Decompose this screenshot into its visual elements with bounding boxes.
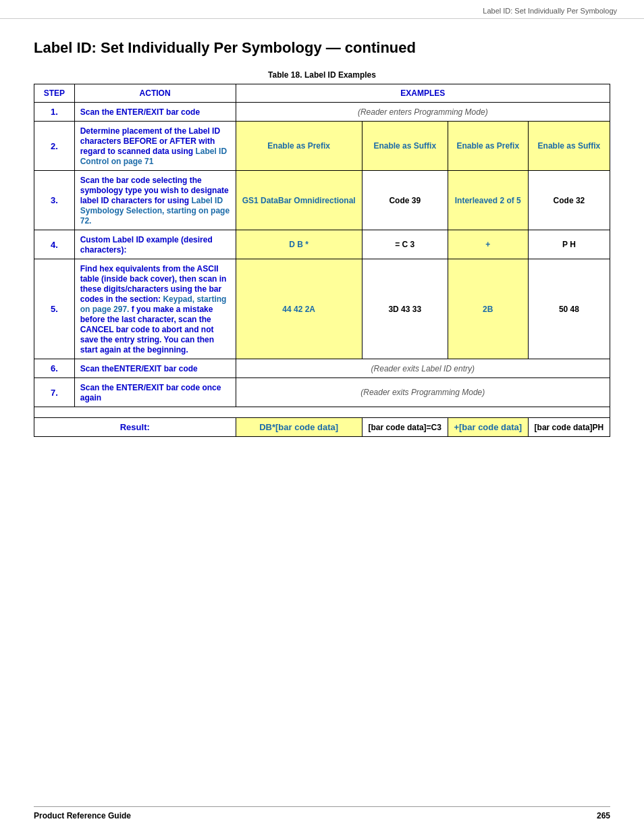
examples-colspan-cell: (Reader exits Programming Mode) bbox=[236, 378, 610, 407]
examples-colspan-cell: (Reader exits Label ID entry) bbox=[236, 359, 610, 378]
header-text: Label ID: Set Individually Per Symbology bbox=[483, 7, 617, 15]
example-cell-1: GS1 DataBar Omnidirectional bbox=[236, 171, 362, 230]
example-cell-2: 3D 43 33 bbox=[362, 259, 448, 359]
result-cell-4: [bar code data]PH bbox=[528, 418, 610, 437]
example-cell-3: + bbox=[448, 230, 528, 259]
table-caption: Table 18. Label ID Examples bbox=[34, 70, 610, 80]
example-cell-1: D B * bbox=[236, 230, 362, 259]
action-cell: Find hex equivalents from the ASCII tabl… bbox=[74, 259, 236, 359]
step-cell: 2. bbox=[34, 122, 75, 171]
step-cell: 1. bbox=[34, 103, 75, 122]
action-cell: Scan the ENTER/EXIT bar code bbox=[74, 103, 236, 122]
content: Label ID: Set Individually Per Symbology… bbox=[0, 19, 644, 477]
step-cell: 4. bbox=[34, 230, 75, 259]
step-cell: 5. bbox=[34, 259, 75, 359]
page-header: Label ID: Set Individually Per Symbology bbox=[0, 0, 644, 19]
example-cell-4: 50 48 bbox=[528, 259, 610, 359]
examples-colspan-cell: (Reader enters Programming Mode) bbox=[236, 103, 610, 122]
page-title: Label ID: Set Individually Per Symbology… bbox=[34, 39, 610, 57]
action-cell: Scan theENTER/EXIT bar code bbox=[74, 359, 236, 378]
action-cell: Scan the bar code selecting the symbolog… bbox=[74, 171, 236, 230]
example-cell-3: 2B bbox=[448, 259, 528, 359]
action-cell: Determine placement of the Label ID char… bbox=[74, 122, 236, 171]
result-cell-1: DB*[bar code data] bbox=[236, 418, 362, 437]
col-header-step: STEP bbox=[34, 84, 75, 103]
result-label-cell: Result: bbox=[34, 418, 236, 437]
example-cell-1: 44 42 2A bbox=[236, 259, 362, 359]
example-cell-4: P H bbox=[528, 230, 610, 259]
example-cell-1: Enable as Prefix bbox=[236, 122, 362, 171]
example-cell-2: = C 3 bbox=[362, 230, 448, 259]
example-cell-3: Enable as Prefix bbox=[448, 122, 528, 171]
spacer-row bbox=[34, 407, 610, 418]
footer-right: 265 bbox=[597, 811, 610, 820]
step-cell: 7. bbox=[34, 378, 75, 407]
example-cell-4: Code 32 bbox=[528, 171, 610, 230]
result-cell-3: +[bar code data] bbox=[448, 418, 528, 437]
col-header-examples: EXAMPLES bbox=[236, 84, 610, 103]
example-cell-2: Code 39 bbox=[362, 171, 448, 230]
col-header-action: ACTION bbox=[74, 84, 236, 103]
footer-left: Product Reference Guide bbox=[34, 811, 131, 820]
step-cell: 3. bbox=[34, 171, 75, 230]
action-cell: Scan the ENTER/EXIT bar code once again bbox=[74, 378, 236, 407]
main-table: STEP ACTION EXAMPLES 1.Scan the ENTER/EX… bbox=[34, 84, 610, 437]
example-cell-4: Enable as Suffix bbox=[528, 122, 610, 171]
example-cell-3: Interleaved 2 of 5 bbox=[448, 171, 528, 230]
action-cell: Custom Label ID example (desired charact… bbox=[74, 230, 236, 259]
example-cell-2: Enable as Suffix bbox=[362, 122, 448, 171]
step-cell: 6. bbox=[34, 359, 75, 378]
result-cell-2: [bar code data]=C3 bbox=[362, 418, 448, 437]
page-footer: Product Reference Guide 265 bbox=[34, 806, 610, 820]
